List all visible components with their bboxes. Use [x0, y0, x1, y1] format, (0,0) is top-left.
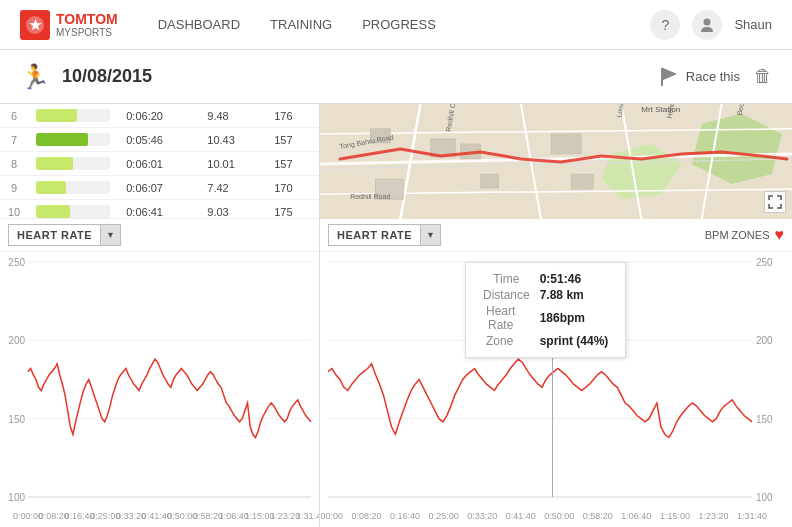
tomtom-logo-icon: ★: [20, 10, 50, 40]
bpm-zones[interactable]: BPM ZONES ♥: [705, 226, 784, 244]
lap-bar-cell: [28, 128, 118, 152]
lap-speed: 10.01: [199, 152, 266, 176]
table-row: 7 0:05:46 10.43 157: [0, 128, 319, 152]
lap-bar-cell: [28, 152, 118, 176]
left-dropdown-arrow[interactable]: ▼: [100, 225, 120, 245]
right-chart-container: Time 0:51:46 Distance 7.88 km Heart Rate…: [320, 252, 792, 527]
right-panel: Tong Bahru Road Redhill Road Redhill Clo…: [320, 104, 792, 527]
lap-bar-cell: [28, 176, 118, 200]
lap-speed: 7.42: [199, 176, 266, 200]
lap-hr: 170: [266, 176, 319, 200]
left-dropdown-label: HEART RATE: [9, 229, 100, 241]
left-panel: 6 0:06:20 9.48 176 7 0:05:46 10.43 157 8…: [0, 104, 320, 527]
logo-text: TOMTOM MYSPORTS: [56, 11, 118, 38]
right-dropdown-arrow[interactable]: ▼: [420, 225, 440, 245]
bpm-zones-label: BPM ZONES: [705, 229, 770, 241]
lap-pace: 0:06:07: [118, 176, 199, 200]
logo-mysports: MYSPORTS: [56, 27, 118, 38]
main-content: 6 0:06:20 9.48 176 7 0:05:46 10.43 157 8…: [0, 104, 792, 527]
map-svg: Tong Bahru Road Redhill Road Redhill Clo…: [320, 104, 792, 219]
main-nav: DASHBOARD TRAINING PROGRESS: [158, 13, 651, 36]
table-row: 10 0:06:41 9.03 175: [0, 200, 319, 220]
heart-icon: ♥: [775, 226, 785, 244]
chat-button[interactable]: ?: [650, 10, 680, 40]
left-chart-dropdown[interactable]: HEART RATE ▼: [8, 224, 121, 246]
table-row: 9 0:06:07 7.42 170: [0, 176, 319, 200]
lap-number: 8: [0, 152, 28, 176]
nav-training[interactable]: TRAINING: [270, 13, 332, 36]
sub-header: 🏃 10/08/2015 Race this 🗑: [0, 50, 792, 104]
tooltip-line: [552, 262, 553, 497]
svg-marker-3: [662, 68, 676, 80]
svg-text:★: ★: [29, 17, 42, 33]
lap-speed: 9.03: [199, 200, 266, 220]
lap-number: 9: [0, 176, 28, 200]
map-area: Tong Bahru Road Redhill Road Redhill Clo…: [320, 104, 792, 219]
lap-pace: 0:05:46: [118, 128, 199, 152]
laps-table: 6 0:06:20 9.48 176 7 0:05:46 10.43 157 8…: [0, 104, 319, 219]
lap-number: 7: [0, 128, 28, 152]
activity-date: 10/08/2015: [62, 66, 152, 87]
right-selector-row: HEART RATE ▼ BPM ZONES ♥: [320, 219, 792, 252]
map-expand-button[interactable]: [764, 191, 786, 213]
logo-area: ★ TOMTOM MYSPORTS: [20, 10, 118, 40]
race-label: Race this: [686, 69, 740, 84]
lap-pace: 0:06:41: [118, 200, 199, 220]
svg-rect-18: [551, 134, 581, 154]
svg-text:Mrt Station: Mrt Station: [641, 105, 680, 114]
sub-header-left: 🏃 10/08/2015: [20, 63, 152, 91]
race-flag-icon: [658, 66, 680, 88]
svg-point-2: [704, 18, 711, 25]
lap-hr: 157: [266, 152, 319, 176]
lap-number: 10: [0, 200, 28, 220]
logo-tomtom: TOMTOM: [56, 11, 118, 27]
lap-hr: 175: [266, 200, 319, 220]
left-selector-row: HEART RATE ▼: [0, 219, 319, 252]
lap-hr: 176: [266, 104, 319, 128]
laps-data-table: 6 0:06:20 9.48 176 7 0:05:46 10.43 157 8…: [0, 104, 319, 219]
right-chart-dropdown[interactable]: HEART RATE ▼: [328, 224, 441, 246]
run-icon: 🏃: [20, 63, 50, 91]
sub-header-right: Race this 🗑: [658, 66, 772, 88]
lap-speed: 10.43: [199, 128, 266, 152]
svg-rect-20: [481, 174, 499, 188]
svg-rect-19: [571, 174, 593, 189]
lap-bar-cell: [28, 104, 118, 128]
left-chart-container: [0, 252, 319, 527]
nav-dashboard[interactable]: DASHBOARD: [158, 13, 240, 36]
lap-pace: 0:06:01: [118, 152, 199, 176]
lap-pace: 0:06:20: [118, 104, 199, 128]
svg-text:Redhill Road: Redhill Road: [350, 193, 390, 200]
lap-speed: 9.48: [199, 104, 266, 128]
user-icon-button[interactable]: [692, 10, 722, 40]
username[interactable]: Shaun: [734, 17, 772, 32]
lap-number: 6: [0, 104, 28, 128]
lap-hr: 157: [266, 128, 319, 152]
table-row: 8 0:06:01 10.01 157: [0, 152, 319, 176]
nav-progress[interactable]: PROGRESS: [362, 13, 436, 36]
right-dropdown-label: HEART RATE: [329, 229, 420, 241]
header-right: ? Shaun: [650, 10, 772, 40]
table-row: 6 0:06:20 9.48 176: [0, 104, 319, 128]
race-this-button[interactable]: Race this: [658, 66, 740, 88]
lap-bar-cell: [28, 200, 118, 220]
delete-button[interactable]: 🗑: [754, 66, 772, 87]
header: ★ TOMTOM MYSPORTS DASHBOARD TRAINING PRO…: [0, 0, 792, 50]
